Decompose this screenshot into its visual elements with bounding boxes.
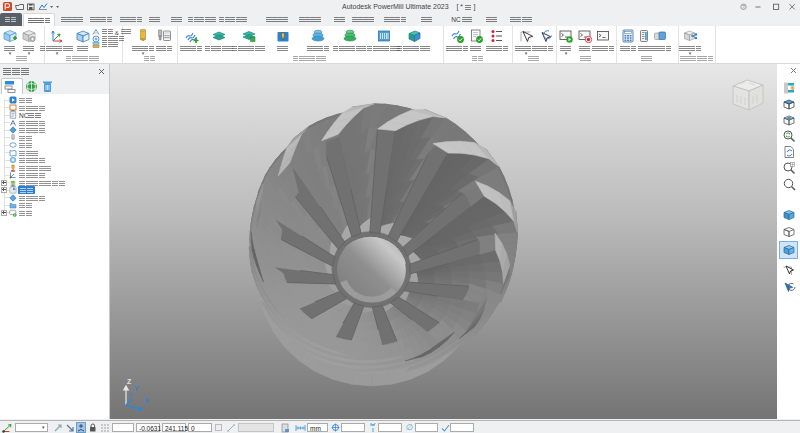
svg-text:Y: Y [134,385,139,392]
svg-text:X: X [144,397,149,404]
svg-text:d: d [128,391,131,397]
svg-text:?: ? [742,4,745,9]
svg-text:Z: Z [127,379,132,385]
